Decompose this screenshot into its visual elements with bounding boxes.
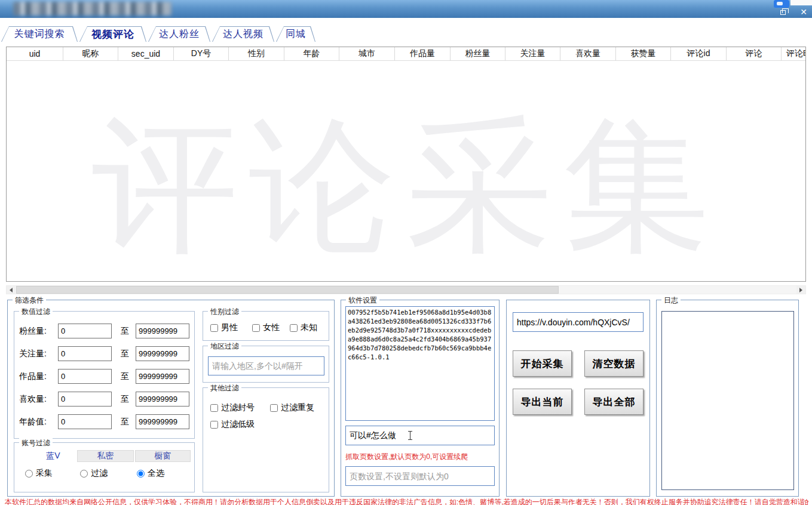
works-min-input[interactable]	[58, 369, 112, 384]
app-window: ✕ 关键词搜索 视频评论 达人粉丝 达人视频 同城 uid 昵称 sec_uid…	[0, 0, 812, 505]
following-min-input[interactable]	[58, 346, 112, 361]
region-filter-group: 地区过滤	[203, 346, 329, 383]
region-input[interactable]	[208, 356, 324, 375]
age-value-label: 年龄值:	[19, 417, 47, 427]
column-header[interactable]: 粉丝量	[451, 47, 505, 60]
works-max-input[interactable]	[136, 369, 189, 384]
column-header[interactable]: DY号	[174, 47, 229, 60]
to-label: 至	[121, 349, 129, 359]
checkbox-female[interactable]: 女性	[252, 322, 280, 333]
radio-filter[interactable]: 过滤	[80, 468, 108, 479]
other-filter-group: 其他过滤 过滤封号 过滤重复 过滤低级	[203, 387, 329, 492]
clear-data-button[interactable]: 清空数据	[584, 350, 644, 377]
column-header[interactable]: 评论id	[671, 47, 727, 60]
numeric-filter-row: 喜欢量: 至	[14, 392, 194, 407]
tab-same-city[interactable]: 同城	[276, 26, 315, 42]
page-count-input[interactable]	[345, 466, 495, 486]
column-header[interactable]: 城市	[339, 47, 395, 60]
numeric-filter-row: 粉丝量: 至	[14, 324, 194, 339]
checkbox-filter-duplicate[interactable]: 过滤重复	[270, 402, 314, 413]
numeric-filter-group: 数值过滤 粉丝量: 至 关注量: 至 作品量: 至 喜欢量:	[14, 311, 195, 439]
export-current-button[interactable]: 导出当前	[513, 389, 572, 415]
column-header[interactable]: uid	[7, 47, 63, 60]
column-header[interactable]: 评论	[727, 47, 782, 60]
group-title: 其他过滤	[208, 383, 241, 393]
restore-window-button[interactable]	[777, 7, 788, 17]
tab-label: 同城	[277, 27, 315, 42]
checkbox-label: 过滤重复	[281, 402, 314, 413]
likes-min-input[interactable]	[58, 392, 112, 407]
keyword-input[interactable]	[345, 426, 495, 445]
tab-label: 达人视频	[213, 27, 274, 42]
start-collect-button[interactable]: 开始采集	[513, 350, 572, 377]
column-header[interactable]: sec_uid	[118, 47, 174, 60]
checkbox-filter-banned[interactable]: 过滤封号	[210, 402, 255, 413]
group-title: 地区过滤	[208, 341, 241, 352]
age-min-input[interactable]	[58, 414, 112, 429]
gender-filter-group: 性别过滤 男性 女性 未知	[203, 311, 329, 341]
column-header[interactable]: 性别	[229, 47, 284, 60]
checkbox-male-input[interactable]	[210, 324, 218, 332]
checkbox-filter-lowlevel-input[interactable]	[210, 421, 218, 429]
checkbox-male[interactable]: 男性	[210, 322, 238, 333]
following-max-input[interactable]	[136, 346, 189, 361]
tab-keyword-search[interactable]: 关键词搜索	[1, 26, 78, 42]
checkbox-unknown-input[interactable]	[290, 324, 298, 332]
share-url-input[interactable]	[513, 312, 644, 332]
age-max-input[interactable]	[136, 414, 189, 429]
results-table: uid 昵称 sec_uid DY号 性别 年龄 城市 作品量 粉丝量 关注量 …	[6, 47, 806, 282]
fans-max-input[interactable]	[136, 324, 189, 338]
group-title: 性别过滤	[208, 307, 241, 317]
checkbox-unknown[interactable]: 未知	[290, 322, 317, 333]
column-header[interactable]: 获赞量	[616, 47, 671, 60]
blurred-window-title	[13, 2, 171, 16]
column-header[interactable]: 昵称	[63, 47, 118, 60]
close-window-button[interactable]: ✕	[798, 7, 809, 17]
tab-influencer-videos[interactable]: 达人视频	[212, 26, 274, 42]
tab-label: 关键词搜索	[2, 27, 77, 42]
scroll-left-button[interactable]	[7, 286, 16, 294]
tab-video-comments[interactable]: 视频评论	[79, 26, 146, 42]
checkbox-filter-lowlevel[interactable]: 过滤低级	[210, 419, 255, 430]
radio-select-all[interactable]: 全选	[137, 468, 164, 479]
numeric-filter-row: 作品量: 至	[14, 369, 194, 384]
radio-filter-input[interactable]	[80, 470, 88, 478]
panel-title: 日志	[661, 295, 681, 306]
following-count-label: 关注量:	[19, 349, 47, 359]
arrow-left-icon	[10, 288, 13, 292]
blue-v-label[interactable]: 蓝V	[32, 450, 74, 462]
column-header[interactable]: 作品量	[395, 47, 451, 60]
fans-min-input[interactable]	[58, 324, 112, 338]
tab-influencer-fans[interactable]: 达人粉丝	[148, 26, 210, 42]
radio-collect-input[interactable]	[25, 470, 33, 478]
account-filter-group: 账号过滤 蓝V 私密 橱窗 采集 过滤 全选	[14, 442, 195, 492]
token-textarea[interactable]: 007952f5b5b741eb1ef95068a8d1b95e4d03b8a4…	[345, 306, 495, 421]
scrollbar-thumb[interactable]	[16, 286, 559, 294]
checkbox-female-input[interactable]	[252, 324, 260, 332]
panel-title: 软件设置	[346, 295, 379, 306]
radio-label: 过滤	[91, 468, 108, 479]
scroll-right-button[interactable]	[796, 286, 805, 294]
actions-panel: 开始采集 清空数据 导出当前 导出全部	[506, 300, 650, 497]
keyword-input-wrap	[345, 426, 495, 445]
checkbox-filter-duplicate-input[interactable]	[270, 404, 278, 412]
checkbox-filter-banned-input[interactable]	[210, 404, 218, 412]
restore-icon	[780, 10, 786, 15]
panel-title: 筛选条件	[13, 295, 46, 306]
radio-select-all-input[interactable]	[137, 470, 145, 478]
export-all-button[interactable]: 导出全部	[584, 389, 644, 415]
to-label: 至	[121, 394, 129, 405]
background-window-corner	[790, 0, 812, 5]
checkbox-label: 过滤封号	[221, 402, 255, 413]
showcase-button[interactable]: 橱窗	[135, 450, 191, 462]
radio-collect[interactable]: 采集	[25, 468, 53, 479]
log-listbox[interactable]	[661, 311, 794, 490]
private-account-button[interactable]: 私密	[77, 450, 134, 462]
column-header[interactable]: 关注量	[505, 47, 560, 60]
likes-max-input[interactable]	[136, 392, 189, 407]
horizontal-scrollbar[interactable]	[6, 285, 806, 294]
column-header[interactable]: 评论时间	[782, 47, 805, 60]
title-bar: ✕	[0, 0, 812, 18]
column-header[interactable]: 喜欢量	[560, 47, 616, 60]
column-header[interactable]: 年龄	[284, 47, 339, 60]
